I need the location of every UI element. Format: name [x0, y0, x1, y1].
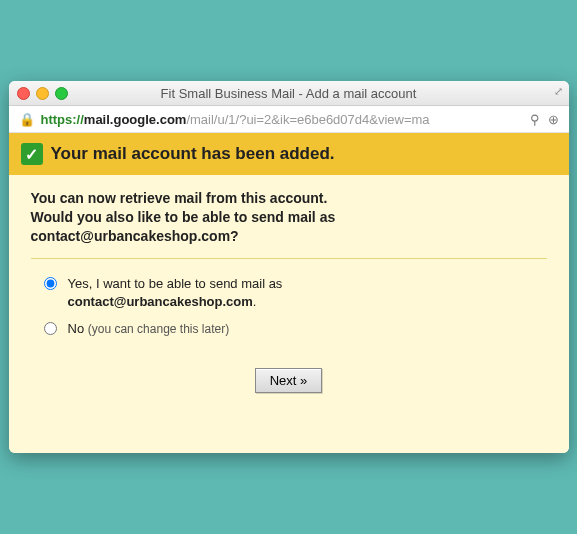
lock-icon: 🔒 — [19, 112, 35, 127]
option-no-label: No (you can change this later) — [68, 320, 230, 338]
success-banner: ✓ Your mail account has been added. — [9, 133, 569, 175]
browser-window: Fit Small Business Mail - Add a mail acc… — [9, 81, 569, 452]
intro-line1: You can now retrieve mail from this acco… — [31, 190, 328, 206]
option-yes[interactable]: Yes, I want to be able to send mail as c… — [39, 275, 547, 310]
option-no-radio[interactable] — [44, 322, 57, 335]
address-bar[interactable]: 🔒 https://mail.google.com/mail/u/1/?ui=2… — [9, 106, 569, 133]
next-button[interactable]: Next » — [255, 368, 323, 393]
banner-headline: Your mail account has been added. — [51, 144, 335, 164]
url-path: /mail/u/1/?ui=2&ik=e6be6d07d4&view=ma — [186, 112, 429, 127]
option-yes-email: contact@urbancakeshop.com — [68, 294, 253, 309]
window-title: Fit Small Business Mail - Add a mail acc… — [9, 86, 569, 101]
window-corner-icons: ⤢ — [554, 85, 563, 98]
window-controls — [17, 87, 68, 100]
expand-icon[interactable]: ⤢ — [554, 85, 563, 98]
pin-icon[interactable]: ⚲ — [530, 112, 540, 127]
option-yes-label: Yes, I want to be able to send mail as c… — [68, 275, 283, 310]
intro-text: You can now retrieve mail from this acco… — [31, 189, 547, 246]
intro-line2: Would you also like to be able to send m… — [31, 209, 336, 225]
option-yes-prefix: Yes, I want to be able to send mail as — [68, 276, 283, 291]
send-as-options: Yes, I want to be able to send mail as c… — [39, 275, 547, 338]
zoom-window-button[interactable] — [55, 87, 68, 100]
option-yes-suffix: . — [253, 294, 257, 309]
dialog-body: You can now retrieve mail from this acco… — [9, 175, 569, 412]
separator — [31, 258, 547, 259]
close-window-button[interactable] — [17, 87, 30, 100]
dialog-actions: Next » — [31, 368, 547, 393]
checkmark-icon: ✓ — [21, 143, 43, 165]
page-content: ✓ Your mail account has been added. You … — [9, 133, 569, 452]
option-no-hint: (you can change this later) — [88, 322, 229, 336]
window-titlebar: Fit Small Business Mail - Add a mail acc… — [9, 81, 569, 106]
url-text: https://mail.google.com/mail/u/1/?ui=2&i… — [41, 112, 430, 127]
option-yes-radio[interactable] — [44, 277, 57, 290]
url-scheme: https:// — [41, 112, 84, 127]
url-host: mail.google.com — [84, 112, 187, 127]
option-no-text: No — [68, 321, 85, 336]
address-right-icons: ⚲ ⊕ — [530, 112, 559, 127]
option-no[interactable]: No (you can change this later) — [39, 320, 547, 338]
minimize-window-button[interactable] — [36, 87, 49, 100]
zoom-icon[interactable]: ⊕ — [548, 112, 559, 127]
intro-email: contact@urbancakeshop.com? — [31, 228, 239, 244]
